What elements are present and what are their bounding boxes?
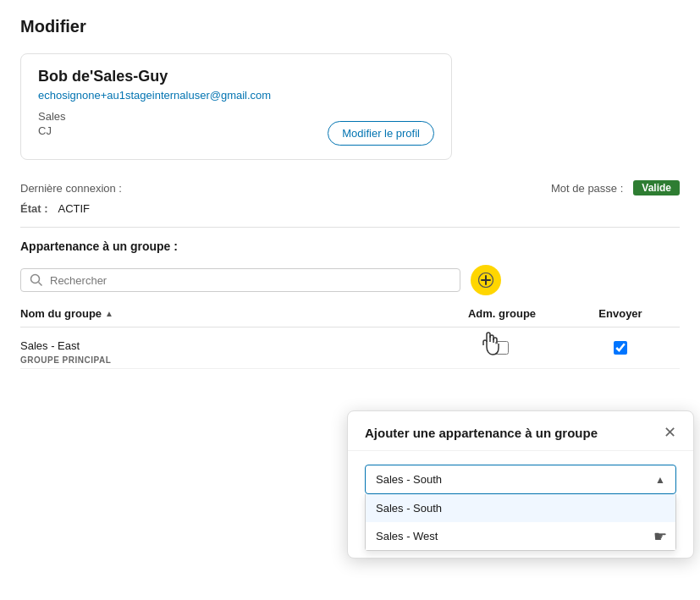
user-card: Bob de'Sales-Guy echosignone+au1stageint… [20,53,452,160]
last-login-row: Dernière connexion : Mot de passe : Vali… [20,180,680,195]
add-group-modal: Ajouter une appartenance à un groupe ✕ S… [347,410,694,559]
admin-checkbox[interactable] [495,341,509,355]
page-title: Modifier [20,17,680,36]
group-name-text: Sales - East [20,339,443,352]
state-value: ACTIF [58,202,91,215]
col-admin-header: Adm. groupe [443,307,561,320]
password-label: Mot de passe : [551,182,623,195]
row-send-cell [561,339,680,357]
sort-arrow-icon: ▲ [105,309,113,318]
add-group-button[interactable] [471,265,501,295]
dropdown-item-sales-south[interactable]: Sales - South [366,494,675,522]
last-login-label: Dernière connexion : [20,182,122,195]
row-group-name: Sales - East GROUPE PRINCIPAL [20,339,443,365]
dropdown-list: Sales - South Sales - West ☛ [365,494,676,551]
modify-profile-button[interactable]: Modifier le profil [328,121,434,146]
plus-icon [478,272,493,288]
search-row [20,265,680,295]
search-input[interactable] [50,274,451,287]
col-name-header: Nom du groupe ▲ [20,307,443,320]
table-row: Sales - East GROUPE PRINCIPAL [20,331,680,369]
group-dropdown[interactable]: Sales - South ▲ [365,465,676,494]
table-header: Nom du groupe ▲ Adm. groupe Envoyer [20,307,680,328]
group-dropdown-wrapper: Sales - South ▲ Sales - South Sales - We… [365,465,676,494]
dropdown-item-sales-west[interactable]: Sales - West ☛ [366,522,675,550]
divider [20,227,680,228]
modal-close-button[interactable]: ✕ [664,425,676,440]
user-email: echosignone+au1stageinternaluser@gmail.c… [38,89,434,102]
modal-body: Sales - South ▲ Sales - South Sales - We… [348,451,693,508]
modal-header: Ajouter une appartenance à un groupe ✕ [348,411,693,451]
state-row: État : ACTIF [20,202,680,215]
svg-point-0 [31,275,40,283]
send-checkbox[interactable] [614,341,627,355]
group-badge: GROUPE PRINCIPAL [20,355,443,365]
row-admin-cell [443,339,561,357]
user-name: Bob de'Sales-Guy [38,68,434,85]
chevron-up-icon: ▲ [655,474,665,486]
dropdown-selected-value: Sales - South [376,473,442,486]
password-status-badge: Valide [633,180,680,195]
svg-line-1 [39,283,42,286]
group-section-title: Appartenance à un groupe : [20,239,680,253]
search-icon [30,273,43,287]
search-wrapper [20,268,460,292]
col-send-header: Envoyer [561,307,680,320]
modal-title: Ajouter une appartenance à un groupe [365,426,598,440]
state-label: État : [20,202,48,215]
group-table: Nom du groupe ▲ Adm. groupe Envoyer Sale… [20,307,680,369]
